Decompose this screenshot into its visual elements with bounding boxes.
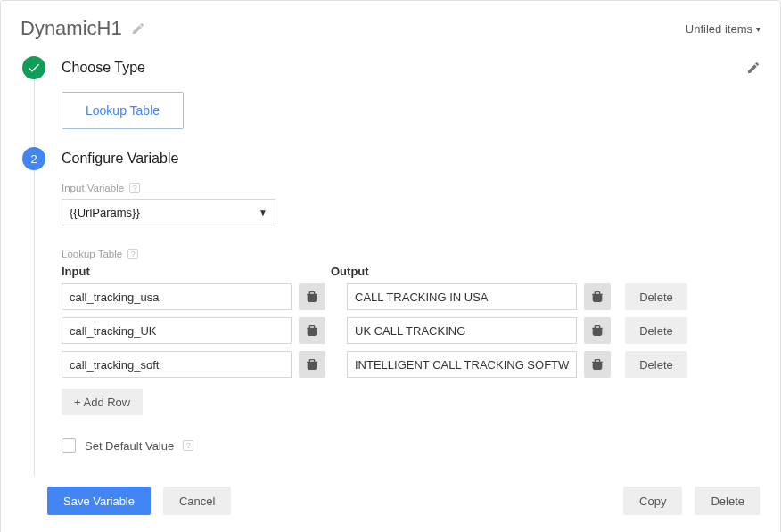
table-row: Delete	[62, 317, 760, 344]
chevron-down-icon: ▾	[756, 24, 760, 34]
svg-rect-0	[308, 295, 317, 301]
step2-marker: 2	[22, 147, 45, 170]
delete-row-button[interactable]: Delete	[625, 351, 687, 378]
footer: Save Variable Cancel Copy Delete	[47, 487, 760, 515]
lookup-table-headers: Input Output	[62, 265, 760, 278]
delete-row-button[interactable]: Delete	[625, 317, 687, 344]
svg-rect-1	[593, 295, 603, 301]
lookup-table-label: Lookup Table ?	[62, 249, 760, 259]
svg-rect-5	[593, 363, 603, 369]
lookup-table-body: DeleteDeleteDelete	[62, 283, 760, 378]
help-icon[interactable]: ?	[127, 249, 138, 259]
input-variable-value: {{UrlParams}}	[70, 206, 140, 219]
lookup-output-field[interactable]	[347, 317, 577, 344]
svg-rect-4	[308, 363, 317, 369]
cancel-button[interactable]: Cancel	[163, 487, 231, 515]
output-variable-picker-icon[interactable]	[584, 283, 611, 310]
table-row: Delete	[62, 351, 760, 378]
step1-marker-check-icon	[22, 56, 45, 79]
lookup-input-field[interactable]	[62, 317, 292, 344]
variable-type-chip[interactable]: Lookup Table	[62, 92, 184, 129]
header: DynamicH1 Unfiled items ▾	[21, 17, 760, 40]
add-row-button[interactable]: + Add Row	[62, 389, 143, 415]
lookup-input-field[interactable]	[62, 283, 292, 310]
column-header-output: Output	[331, 265, 561, 278]
input-variable-label: Input Variable ?	[62, 183, 760, 193]
step1-title: Choose Type	[62, 60, 145, 76]
svg-rect-2	[308, 329, 317, 335]
lookup-output-field[interactable]	[347, 283, 577, 310]
lookup-output-field[interactable]	[347, 351, 577, 378]
input-variable-picker-icon[interactable]	[299, 317, 325, 344]
dropdown-caret-icon: ▼	[259, 208, 267, 217]
help-icon[interactable]: ?	[129, 183, 140, 193]
set-default-value-row: Set Default Value ?	[62, 438, 760, 453]
step2-title: Configure Variable	[62, 151, 178, 167]
set-default-checkbox[interactable]	[62, 438, 76, 453]
folder-dropdown[interactable]: Unfiled items ▾	[686, 22, 760, 36]
input-variable-select[interactable]: {{UrlParams}} ▼	[62, 199, 275, 225]
save-button[interactable]: Save Variable	[47, 487, 151, 515]
step-configure-variable: 2 Configure Variable Input Variable ? {{…	[22, 147, 760, 471]
svg-rect-3	[593, 329, 603, 335]
column-header-input: Input	[62, 265, 292, 278]
delete-row-button[interactable]: Delete	[625, 283, 687, 310]
set-default-label: Set Default Value	[85, 439, 174, 453]
output-variable-picker-icon[interactable]	[584, 317, 611, 344]
output-variable-picker-icon[interactable]	[584, 351, 611, 378]
edit-title-icon[interactable]	[131, 21, 145, 36]
copy-button[interactable]: Copy	[623, 487, 682, 515]
input-variable-picker-icon[interactable]	[299, 283, 325, 310]
variable-editor-panel: DynamicH1 Unfiled items ▾ Choose Type	[0, 0, 781, 532]
help-icon[interactable]: ?	[183, 440, 193, 451]
table-row: Delete	[62, 283, 760, 310]
page-title: DynamicH1	[21, 17, 122, 40]
input-variable-picker-icon[interactable]	[299, 351, 325, 378]
lookup-input-field[interactable]	[62, 351, 292, 378]
step-choose-type: Choose Type Lookup Table	[22, 56, 760, 147]
delete-variable-button[interactable]: Delete	[695, 487, 760, 515]
folder-label: Unfiled items	[686, 22, 752, 36]
edit-type-icon[interactable]	[746, 61, 760, 75]
